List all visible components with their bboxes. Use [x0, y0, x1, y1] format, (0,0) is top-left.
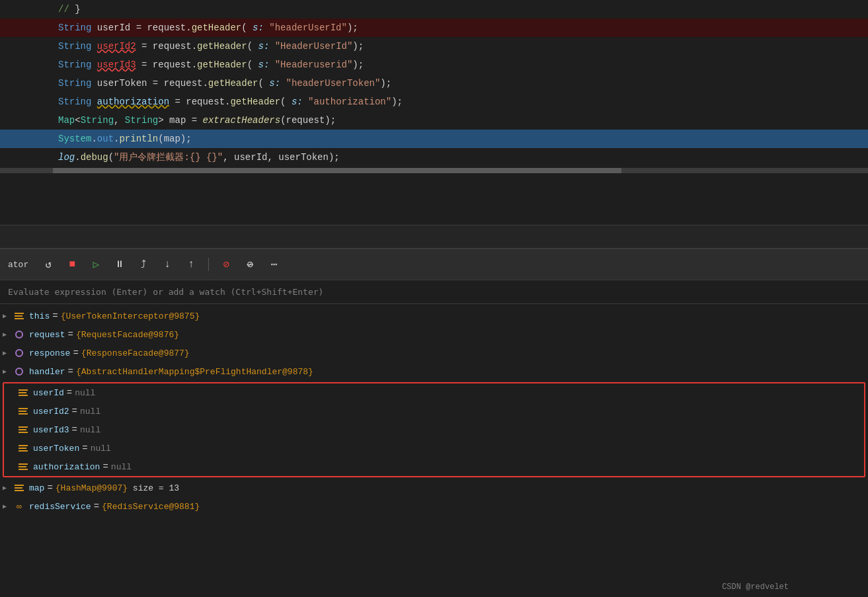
clear-breakpoints-button[interactable]: ⊘: [241, 255, 259, 274]
debugger-label: ator: [8, 260, 28, 270]
expression-placeholder[interactable]: Evaluate expression (Enter) or add a wat…: [8, 287, 323, 297]
code-line-userid3: String userId3 = request.getHeader( s: "…: [0, 56, 868, 74]
icon-handler: [13, 366, 25, 377]
pause-button[interactable]: ⏸: [110, 255, 129, 274]
arrow-this: ▶: [3, 312, 11, 320]
toolbar-separator-1: [208, 258, 209, 271]
icon-usertoken: [17, 443, 29, 454]
arrow-map: ▶: [3, 484, 11, 492]
code-line-comment: // }: [0, 0, 868, 19]
var-handler[interactable]: ▶ handler = {AbstractHandlerMapping$PreF…: [0, 362, 868, 381]
icon-authorization: [17, 461, 29, 472]
variables-panel: ▶ this = {UserTokenInterceptor@9875} ▶ r…: [0, 304, 868, 597]
var-map[interactable]: ▶ map = {HashMap@9907} size = 13: [0, 479, 868, 497]
watermark: CSDN @redvelet: [722, 582, 789, 592]
code-line-debug: log.debug("用户令牌拦截器:{} {}", userId, userT…: [0, 148, 868, 167]
arrow-userid3: ▶: [7, 426, 15, 434]
code-line-println: System.out.println(map);: [0, 130, 868, 148]
var-userid[interactable]: ▶ userId = null: [4, 383, 864, 402]
arrow-authorization: ▶: [7, 463, 15, 471]
step-over-button[interactable]: ⤴: [134, 255, 153, 274]
code-line-userid2: String userId2 = request.getHeader( s: "…: [0, 37, 868, 56]
arrow-redisservice: ▶: [3, 502, 11, 510]
icon-response: [13, 348, 25, 358]
icon-request: [13, 329, 25, 340]
var-userid2[interactable]: ▶ userId2 = null: [4, 402, 864, 420]
arrow-userid2: ▶: [7, 407, 15, 415]
arrow-response: ▶: [3, 349, 11, 357]
stop-button[interactable]: ■: [63, 255, 81, 274]
more-button[interactable]: ⋯: [264, 255, 283, 274]
debugger-toolbar: ator ↺ ■ ▷ ⏸ ⤴ ↓ ↑ ⊘ ⊘ ⋯: [0, 249, 868, 280]
arrow-usertoken: ▶: [7, 444, 15, 452]
code-line-authorization: String authorization = request.getHeader…: [0, 93, 868, 111]
code-editor: // } String userId = request.getHeader( …: [0, 0, 868, 225]
var-authorization[interactable]: ▶ authorization = null: [4, 458, 864, 476]
arrow-userid: ▶: [7, 389, 15, 397]
var-usertoken[interactable]: ▶ userToken = null: [4, 439, 864, 458]
horizontal-scrollbar[interactable]: [0, 168, 868, 173]
icon-userid2: [17, 406, 29, 417]
step-into-button[interactable]: ↓: [158, 255, 177, 274]
icon-redisservice: ∞: [13, 501, 25, 512]
resume-button[interactable]: ▷: [87, 255, 105, 274]
refresh-button[interactable]: ↺: [39, 255, 58, 274]
arrow-request: ▶: [3, 331, 11, 338]
code-line-usertoken: String userToken = request.getHeader( s:…: [0, 74, 868, 93]
icon-userid: [17, 387, 29, 398]
icon-this: [13, 311, 25, 321]
step-out-button[interactable]: ↑: [182, 255, 200, 274]
expression-bar: Evaluate expression (Enter) or add a wat…: [0, 280, 868, 304]
highlighted-variables-box: ▶ userId = null ▶ userId2 = null ▶: [3, 382, 865, 477]
icon-userid3: [17, 424, 29, 435]
var-this[interactable]: ▶ this = {UserTokenInterceptor@9875}: [0, 307, 868, 325]
panel-separator: [0, 225, 868, 249]
var-userid3[interactable]: ▶ userId3 = null: [4, 420, 864, 439]
code-line-userid: String userId = request.getHeader( s: "h…: [0, 19, 868, 37]
code-line-map: Map<String, String> map = extractHeaders…: [0, 111, 868, 130]
var-redisservice[interactable]: ▶ ∞ redisService = {RedisService@9881}: [0, 497, 868, 516]
icon-map: [13, 483, 25, 493]
arrow-handler: ▶: [3, 368, 11, 376]
var-response[interactable]: ▶ response = {ResponseFacade@9877}: [0, 344, 868, 362]
var-request[interactable]: ▶ request = {RequestFacade@9876}: [0, 325, 868, 344]
mute-breakpoints-button[interactable]: ⊘: [217, 255, 235, 274]
main-content: // } String userId = request.getHeader( …: [0, 0, 868, 597]
